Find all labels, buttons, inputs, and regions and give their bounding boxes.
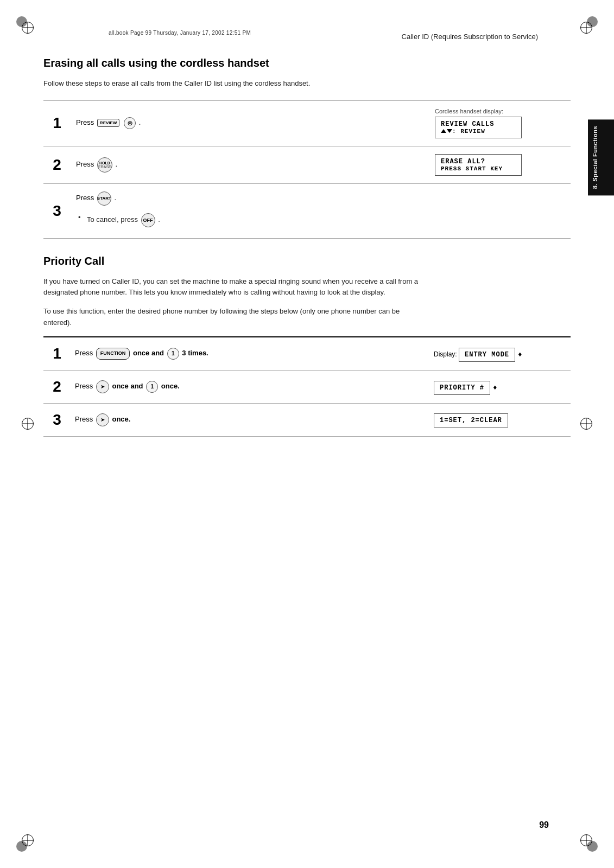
step-1-display: Cordless handset display: REVIEW CALLS :… (429, 100, 571, 146)
p-display-label-1: Display: (434, 350, 459, 358)
priority-step-2-num: 2 (43, 370, 71, 403)
step-2-display: ERASE ALL? PRESS START KEY (429, 146, 571, 183)
priority-step-3-num: 3 (43, 403, 71, 436)
priority-step-1-action: Press FUNCTION once and 1 3 times. (71, 337, 429, 371)
one-key-p2[interactable]: 1 (146, 381, 158, 393)
step-1-action: Press REVIEW ◎ . (71, 100, 429, 146)
display-line1-2: ERASE ALL? (441, 158, 516, 165)
step-1-num: 1 (43, 100, 71, 146)
p-display-arrow-1: ⬧ (517, 349, 523, 358)
step-3-num: 3 (43, 183, 71, 238)
display-label-1: Cordless handset display: (435, 108, 565, 114)
priority-para2: To use this function, enter the desired … (43, 306, 423, 329)
p-display-arrow-2: ⬧ (492, 382, 498, 391)
priority-step-1-num: 1 (43, 337, 71, 371)
cancel-text: To cancel, press (87, 215, 138, 224)
display-line1-1: REVIEW CALLS (441, 120, 516, 128)
step-2-suffix: . (115, 160, 117, 168)
step-1-prefix: Press (76, 118, 94, 126)
page-number: 99 (539, 820, 549, 830)
nav-circle-1[interactable]: ◎ (124, 117, 136, 129)
cancel-note: To cancel, press OFF . (76, 210, 565, 231)
menu-key-p3[interactable]: ➤ (96, 413, 109, 426)
p-display-box-3: 1=SET, 2=CLEAR (434, 413, 508, 427)
display-box-1: REVIEW CALLS : REVIEW (435, 117, 522, 138)
p-step2-press: Press (75, 382, 93, 390)
p-step3-suffix: once. (112, 415, 130, 423)
step-3-action: Press START . To cancel, press OFF . (71, 183, 571, 238)
one-key-p1[interactable]: 1 (167, 348, 179, 360)
priority-step-3-action: Press ➤ once. (71, 403, 429, 436)
priority-step-3-display: 1=SET, 2=CLEAR (429, 403, 571, 436)
priority-step-2: 2 Press ➤ once and 1 once. PRIORITY # ⬧ (43, 370, 571, 403)
erase-step-2: 2 Press HOLD ERASE . ERASE ALL? PRESS ST… (43, 146, 571, 183)
step-3-prefix: Press (76, 194, 94, 202)
p-step2-suffix: once. (161, 382, 180, 390)
start-key[interactable]: START (97, 192, 111, 206)
menu-key-p2[interactable]: ➤ (96, 380, 109, 393)
priority-steps-table: 1 Press FUNCTION once and 1 3 times. Dis… (43, 336, 571, 437)
off-key[interactable]: OFF (141, 213, 155, 227)
hold-erase-key[interactable]: HOLD ERASE (97, 157, 112, 173)
p-display-box-2: PRIORITY # (434, 381, 490, 395)
review-key[interactable]: REVIEW (97, 119, 120, 127)
priority-step-2-action: Press ➤ once and 1 once. (71, 370, 429, 403)
priority-title: Priority Call (43, 255, 571, 267)
display-line2-1: : REVIEW (441, 128, 516, 135)
triangle-down-icon (447, 129, 452, 133)
erasing-section-title: Erasing all calls using the cordless han… (43, 57, 571, 69)
step-2-prefix: Press (76, 160, 94, 168)
cancel-period: . (158, 215, 160, 224)
priority-step-1-display: Display: ENTRY MODE ⬧ (429, 337, 571, 371)
step-3-suffix: . (114, 194, 116, 202)
priority-para1: If you have turned on Caller ID, you can… (43, 276, 423, 299)
priority-step-1: 1 Press FUNCTION once and 1 3 times. Dis… (43, 337, 571, 371)
erasing-steps-table: 1 Press REVIEW ◎ . Cordless handset disp… (43, 100, 571, 239)
priority-section: Priority Call If you have turned on Call… (43, 255, 571, 437)
display-box-2: ERASE ALL? PRESS START KEY (435, 154, 522, 176)
priority-step-3: 3 Press ➤ once. 1=SET, 2=CLEAR (43, 403, 571, 436)
function-key[interactable]: FUNCTION (96, 348, 130, 359)
p-step3-press: Press (75, 415, 93, 423)
p-step1-press: Press (75, 349, 93, 357)
header-title: Caller ID (Requires Subscription to Serv… (402, 33, 538, 41)
page-header: Caller ID (Requires Subscription to Serv… (43, 33, 571, 41)
p-display-box-1: ENTRY MODE (459, 348, 515, 362)
p-step1-middle: once and (133, 349, 166, 357)
erase-step-3: 3 Press START . To cancel, press OFF . (43, 183, 571, 238)
display-line2-2: PRESS START KEY (441, 165, 516, 172)
p-step1-suffix: 3 times. (182, 349, 208, 357)
step-1-suffix: . (139, 118, 141, 126)
erasing-intro: Follow these steps to erase all calls fr… (43, 78, 413, 89)
priority-step-2-display: PRIORITY # ⬧ (429, 370, 571, 403)
erase-step-1: 1 Press REVIEW ◎ . Cordless handset disp… (43, 100, 571, 146)
triangle-up-icon (441, 129, 446, 133)
step-2-num: 2 (43, 146, 71, 183)
p-step2-middle: once and (112, 382, 145, 390)
step-2-action: Press HOLD ERASE . (71, 146, 429, 183)
